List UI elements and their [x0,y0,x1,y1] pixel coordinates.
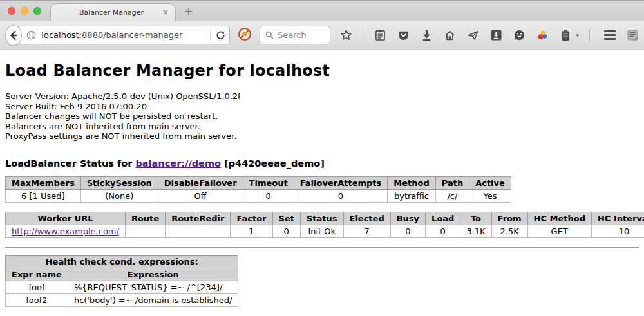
tab-close-icon[interactable]: × [160,8,171,18]
pocket-icon[interactable] [397,29,410,42]
url-domain: localhost [41,30,79,40]
table-cell: 1 [231,225,272,237]
table-cell: Init Ok [300,225,343,237]
menu-hamburger-icon[interactable] [604,30,616,40]
column-header: Factor [231,212,272,225]
minimize-window-button[interactable] [21,7,28,15]
table-cell: Yes [469,189,511,202]
column-header: Status [300,212,343,225]
table-cell: 3.1K [460,225,491,237]
table-cell: %{REQUEST_STATUS} =~ /^[234]/ [68,281,238,293]
column-header: MaxMembers [6,176,81,189]
column-header: Load [426,212,460,225]
page-title: Load Balancer Manager for localhost [5,62,639,80]
table-title: Health check cond. expressions: [6,255,238,268]
table-cell: GET [527,225,591,237]
column-header: Elected [343,212,390,225]
color-dots-extension-icon[interactable] [536,29,549,42]
reload-icon[interactable] [216,30,225,40]
column-header: FailoverAttempts [294,176,388,189]
browser-window: Balancer Manager × + localhost:8880/bala… [0,0,644,316]
column-header: From [491,212,527,225]
table-cell: 0 [272,225,300,237]
battery-extension-icon[interactable] [559,29,572,42]
window-controls [8,7,41,15]
column-header: StickySession [80,176,158,189]
column-header: Route [125,212,165,225]
balancer-settings-table: MaxMembersStickySessionDisableFailoverTi… [5,176,511,203]
server-info-line: Balancers are NOT inherited from main se… [5,122,639,132]
server-info-line: Server Version: Apache/2.5.0-dev (Unix) … [5,91,639,102]
worker-status-table: Worker URLRouteRouteRedirFactorSetStatus… [5,212,644,238]
table-cell: hc('body') =~ /domain is established/ [68,293,238,306]
table-cell: 7 [343,225,390,237]
table-row: http://www.example.com/ 10Init Ok7003.1K… [6,225,644,237]
urlbar-divider [210,30,211,41]
table-cell: foof2 [6,293,68,306]
column-header: Timeout [243,176,294,189]
site-identity-globe-icon [26,30,36,40]
home-icon[interactable] [443,29,456,42]
section-divider [5,247,639,248]
tab-balancer-manager[interactable]: Balancer Manager × [50,3,176,21]
status-heading-suffix: [p4420eeae_demo] [221,158,325,169]
back-button[interactable] [5,25,22,46]
send-page-icon[interactable] [466,29,479,42]
table-cell: bytraffic [388,189,435,202]
table-cell: (None) [80,189,158,202]
bookmark-star-icon[interactable] [339,29,352,42]
search-magnifier-icon [265,31,274,39]
table-cell: http://www.example.com/ [6,225,126,237]
overflow-caret-icon[interactable]: ▾ [576,32,579,39]
table-cell: 10 [591,225,644,237]
column-header: Path [435,176,469,189]
downloads-icon[interactable] [420,29,433,42]
column-header: Expression [68,268,238,281]
table-row: foof%{REQUEST_STATUS} =~ /^[234]/ [6,281,238,293]
navigation-toolbar: localhost:8880/balancer-manager Search [0,21,644,50]
server-info-line: ProxyPass settings are NOT inherited fro… [5,131,639,142]
table-cell: foof [6,281,68,293]
table-cell: /c/ [435,189,469,202]
search-bar[interactable]: Search [260,26,331,44]
url-bar[interactable]: localhost:8880/balancer-manager [18,26,230,44]
table-cell: 6 [1 Used] [6,189,81,202]
search-placeholder: Search [278,30,307,40]
toolbar-divider [363,28,363,42]
new-tab-button[interactable]: + [182,6,195,18]
column-header: To [460,212,491,225]
toolbar-divider [589,28,590,42]
column-header: Set [272,212,300,225]
emoji-chat-icon[interactable] [513,29,526,42]
tab-title: Balancer Manager [51,8,160,17]
column-header: HC Interval [591,212,644,225]
page-grid-icon[interactable] [626,29,639,42]
back-arrow-icon [8,30,19,41]
loadbalancer-status-heading: LoadBalancer Status for balancer://demo … [5,158,639,169]
server-info-line: Server Built: Feb 9 2016 07:00:20 [5,102,639,112]
tab-strip: Balancer Manager × + [0,0,644,21]
table-cell [125,225,165,237]
content-blocker-icon[interactable] [238,27,252,44]
toolbar-icons: ▾ [339,28,639,42]
column-header: Method [388,176,435,189]
url-text[interactable]: localhost:8880/balancer-manager [41,30,205,40]
table-cell: Off [158,189,243,202]
worker-url-link[interactable]: http://www.example.com/ [12,227,119,236]
status-heading-prefix: LoadBalancer Status for [5,158,135,169]
table-cell: 0 [294,189,388,202]
server-info: Server Version: Apache/2.5.0-dev (Unix) … [5,91,639,142]
table-row: 6 [1 Used](None)Off00bytraffic/c/Yes [6,189,511,202]
table-cell: 0 [426,225,460,237]
column-header: Active [469,176,511,189]
download-manager-icon[interactable] [489,29,502,42]
server-info-line: Balancer changes will NOT be persisted o… [5,111,639,122]
table-cell: 0 [243,189,294,202]
reading-list-icon[interactable] [374,29,386,42]
column-header: Worker URL [6,212,126,225]
zoom-window-button[interactable] [33,7,41,15]
url-path: :8880/balancer-manager [79,30,183,40]
column-header: RouteRedir [166,212,231,225]
balancer-demo-link[interactable]: balancer://demo [135,158,221,169]
close-window-button[interactable] [8,7,15,15]
